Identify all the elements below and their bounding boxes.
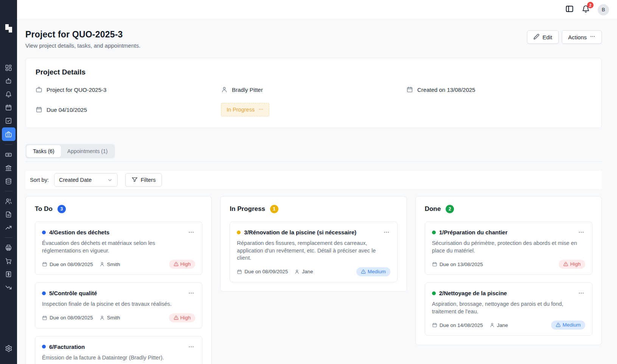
page-subtitle: View project details, tasks, and appoint… bbox=[25, 42, 140, 49]
task-title: 1/Préparation du chantier bbox=[439, 229, 574, 235]
task-description: Évacuation des déchets et matériaux selo… bbox=[42, 240, 195, 254]
tab-bar: Tasks (6) Appointments (1) bbox=[25, 144, 115, 158]
sidebar-item-purchases[interactable] bbox=[2, 254, 15, 267]
sidebar-item-projects[interactable] bbox=[2, 127, 16, 141]
page-content: Project for QUO-2025-3 View project deta… bbox=[17, 20, 617, 364]
sidebar-divider bbox=[5, 237, 12, 238]
more-icon[interactable] bbox=[382, 228, 390, 236]
invoice-dollar-icon bbox=[5, 271, 12, 278]
sidebar-item-expenses[interactable] bbox=[2, 281, 15, 294]
priority-badge: Medium bbox=[551, 321, 585, 330]
task-assignee: Smith bbox=[99, 315, 120, 321]
sidebar-divider bbox=[5, 144, 12, 145]
sidebar-item-documents[interactable] bbox=[2, 208, 15, 221]
column-title: In Progress bbox=[230, 205, 265, 213]
sidebar-item-performance[interactable] bbox=[2, 221, 15, 234]
project-name-value: Project for QUO-2025-3 bbox=[47, 87, 106, 93]
app-logo-icon[interactable] bbox=[5, 23, 12, 33]
more-icon[interactable] bbox=[187, 289, 195, 297]
more-icon bbox=[590, 34, 595, 40]
calendar-icon bbox=[42, 262, 47, 267]
task-assignee-text: Jane bbox=[302, 269, 313, 274]
person-icon bbox=[99, 315, 105, 321]
actions-button[interactable]: Actions bbox=[562, 30, 602, 44]
calendar-icon bbox=[432, 262, 437, 267]
sidebar-item-assistant[interactable] bbox=[2, 74, 15, 87]
task-card[interactable]: 6/Facturation Émission de la facture à D… bbox=[35, 336, 202, 364]
sort-select[interactable]: Created Date bbox=[54, 173, 118, 187]
task-assignee: Smith bbox=[99, 262, 120, 267]
task-due-text: Due on 08/09/2025 bbox=[50, 262, 93, 267]
more-icon[interactable] bbox=[187, 228, 195, 236]
more-icon[interactable] bbox=[577, 228, 585, 236]
warning-icon bbox=[563, 262, 568, 266]
tab-tasks[interactable]: Tasks (6) bbox=[26, 145, 61, 157]
task-card-footer: Due on 08/09/2025 Smith High bbox=[42, 313, 195, 322]
task-card[interactable]: 4/Gestion des déchets Évacuation des déc… bbox=[35, 221, 202, 275]
cart-icon bbox=[5, 257, 12, 265]
task-assignee-text: Smith bbox=[107, 262, 120, 267]
column-in-progress: In Progress 1 3/Rénovation de la piscine… bbox=[220, 196, 407, 292]
notifications-button[interactable]: 2 bbox=[581, 5, 590, 15]
task-title: 2/Nettoyage de la piscine bbox=[439, 290, 574, 296]
status-dot-icon bbox=[237, 231, 241, 234]
panel-toggle-button[interactable] bbox=[565, 5, 574, 15]
project-status-badge[interactable]: In Progress bbox=[221, 103, 269, 116]
column-title: Done bbox=[425, 205, 441, 213]
more-icon[interactable] bbox=[577, 289, 585, 297]
task-due: Due on 08/09/2025 bbox=[42, 315, 93, 321]
sidebar-item-contacts[interactable] bbox=[2, 195, 15, 208]
more-icon[interactable] bbox=[187, 343, 195, 351]
sidebar-item-settings[interactable] bbox=[2, 343, 15, 356]
sidebar-item-notifications[interactable] bbox=[2, 88, 15, 101]
sidebar-item-calendar[interactable] bbox=[2, 101, 15, 114]
column-count-badge: 2 bbox=[446, 205, 454, 213]
task-card[interactable]: 1/Préparation du chantier Sécurisation d… bbox=[425, 221, 592, 275]
task-description: Réparation des fissures, remplacement de… bbox=[237, 240, 390, 262]
sidebar-item-payments[interactable] bbox=[2, 148, 15, 161]
project-details-grid: Project for QUO-2025-3 Bradly Pitter Cre… bbox=[36, 86, 592, 116]
database-icon bbox=[5, 178, 12, 185]
task-assignee-text: Jane bbox=[497, 322, 508, 328]
task-card-header: 3/Rénovation de la piscine (si nécessair… bbox=[237, 228, 390, 236]
task-card[interactable]: 3/Rénovation de la piscine (si nécessair… bbox=[230, 221, 397, 282]
person-icon bbox=[99, 262, 105, 267]
sidebar-item-fax[interactable] bbox=[2, 241, 15, 254]
warning-icon bbox=[174, 315, 179, 320]
column-done: Done 2 1/Préparation du chantier Sécuris… bbox=[415, 196, 602, 345]
user-avatar[interactable]: B bbox=[598, 4, 609, 15]
sidebar-item-data[interactable] bbox=[2, 175, 15, 187]
sidebar-item-invoices[interactable] bbox=[2, 268, 15, 280]
sidebar-item-tasks[interactable] bbox=[2, 114, 15, 127]
sidebar-item-banking[interactable] bbox=[2, 161, 15, 174]
task-card-footer: Due on 08/09/2025 Smith High bbox=[42, 260, 195, 269]
priority-label: High bbox=[180, 261, 191, 267]
task-card[interactable]: 2/Nettoyage de la piscine Aspiration, br… bbox=[425, 282, 592, 336]
created-on-field: Created on 13/08/2025 bbox=[406, 86, 592, 93]
task-title: 4/Gestion des déchets bbox=[49, 229, 184, 235]
sidebar-item-dashboard[interactable] bbox=[2, 61, 15, 74]
project-name-field: Project for QUO-2025-3 bbox=[36, 86, 221, 93]
warning-icon bbox=[361, 269, 366, 274]
task-due-text: Due on 08/09/2025 bbox=[50, 315, 93, 321]
sidebar-divider bbox=[5, 191, 12, 191]
priority-label: Medium bbox=[368, 269, 386, 274]
priority-label: High bbox=[180, 315, 191, 321]
task-card-header: 5/Contrôle qualité bbox=[42, 289, 195, 297]
edit-button[interactable]: Edit bbox=[527, 30, 559, 44]
tab-appointments[interactable]: Appointments (1) bbox=[61, 145, 114, 157]
filters-button[interactable]: Filters bbox=[125, 173, 162, 187]
task-due: Due on 13/08/2025 bbox=[432, 262, 483, 267]
fax-icon bbox=[5, 244, 12, 251]
gear-icon bbox=[5, 345, 12, 354]
owner-field: Bradly Pitter bbox=[221, 86, 406, 93]
calendar-icon bbox=[42, 315, 47, 321]
project-details-heading: Project Details bbox=[36, 68, 592, 76]
priority-label: Medium bbox=[563, 322, 581, 328]
person-icon bbox=[490, 322, 495, 328]
pencil-icon bbox=[533, 34, 539, 41]
owner-value: Bradly Pitter bbox=[232, 87, 263, 93]
task-description: Sécurisation du périmètre, protection de… bbox=[432, 240, 585, 254]
warning-icon bbox=[174, 262, 179, 266]
task-card[interactable]: 5/Contrôle qualité Inspection finale de … bbox=[35, 282, 202, 328]
